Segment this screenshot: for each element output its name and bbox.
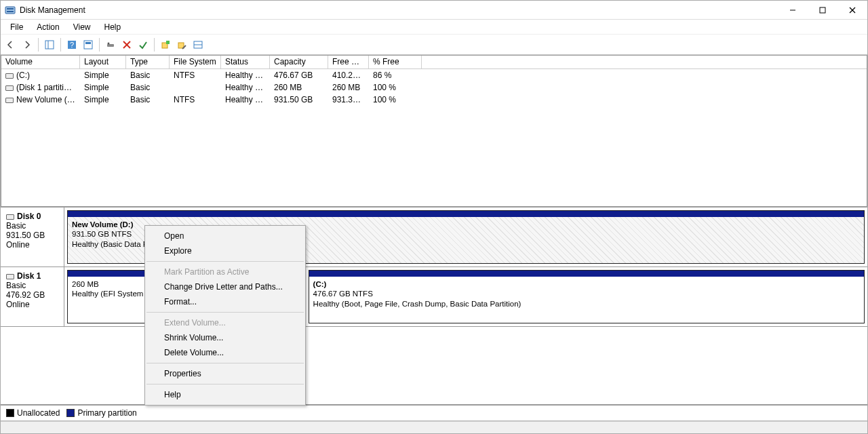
volume-status: Healthy (B... — [221, 71, 270, 80]
disk-type: Basic — [6, 281, 26, 290]
disk-info[interactable]: Disk 1Basic476.92 GBOnline — [1, 267, 64, 326]
svg-rect-2 — [7, 11, 14, 12]
unallocated-swatch-icon — [6, 409, 14, 417]
context-item-help[interactable]: Help — [145, 387, 305, 402]
view-options-button[interactable] — [191, 37, 205, 52]
col-status[interactable]: Status — [221, 56, 270, 68]
properties-button[interactable] — [174, 37, 189, 52]
volume-row[interactable]: (C:)SimpleBasicNTFSHealthy (B...476.67 G… — [1, 69, 867, 81]
svg-rect-0 — [5, 7, 15, 14]
disk-name: Disk 0 — [17, 212, 41, 221]
close-button[interactable] — [837, 1, 867, 20]
legend-primary: Primary partition — [66, 408, 136, 418]
disk-state: Online — [6, 240, 30, 250]
svg-rect-1 — [7, 8, 14, 9]
partition-status: Healthy (Boot, Page File, Crash Dump, Ba… — [313, 299, 860, 309]
volume-name: New Volume (D:) — [16, 95, 78, 104]
svg-rect-7 — [45, 41, 54, 49]
col-capacity[interactable]: Capacity — [270, 56, 328, 68]
menu-action[interactable]: Action — [31, 21, 64, 33]
volume-type: Basic — [126, 71, 170, 80]
context-item-open[interactable]: Open — [145, 229, 305, 243]
svg-rect-12 — [85, 42, 91, 44]
col-layout[interactable]: Layout — [80, 56, 126, 68]
status-bar — [1, 421, 867, 433]
svg-point-14 — [108, 42, 110, 44]
svg-rect-4 — [820, 7, 825, 13]
disk-icon — [6, 214, 14, 220]
delete-button[interactable] — [119, 37, 134, 52]
new-volume-button[interactable] — [158, 37, 173, 52]
context-item-delete-volume[interactable]: Delete Volume... — [145, 345, 305, 360]
menu-file[interactable]: File — [5, 21, 28, 33]
volume-row[interactable]: (Disk 1 partition 1)SimpleBasicHealthy (… — [1, 81, 867, 94]
disk-state: Online — [6, 300, 30, 309]
toolbar-divider — [154, 38, 155, 52]
volume-fs: NTFS — [170, 71, 221, 80]
col-filesystem[interactable]: File System — [170, 56, 221, 68]
help-button[interactable]: ? — [64, 37, 79, 52]
context-item-format[interactable]: Format... — [145, 294, 305, 309]
disk-icon — [6, 274, 14, 279]
context-separator — [146, 384, 304, 384]
volume-status: Healthy (B... — [221, 95, 270, 104]
col-freespace[interactable]: Free Spa... — [328, 56, 369, 68]
partition[interactable]: (C:)476.67 GB NTFSHealthy (Boot, Page Fi… — [309, 270, 865, 323]
volume-icon — [5, 73, 14, 79]
legend-unallocated: Unallocated — [6, 408, 60, 418]
disk-row: Disk 1Basic476.92 GBOnline260 MBHealthy … — [1, 267, 867, 327]
volume-type: Basic — [126, 95, 170, 104]
partition-context-menu: OpenExploreMark Partition as ActiveChang… — [144, 225, 306, 406]
context-item-change-drive-letter-and-paths[interactable]: Change Drive Letter and Paths... — [145, 279, 305, 294]
volume-status: Healthy (E... — [221, 83, 270, 92]
volume-free: 931.37 GB — [328, 95, 369, 104]
disk-graphic-panel: Disk 0Basic931.50 GBOnlineNew Volume (D:… — [1, 207, 867, 405]
legend-primary-label: Primary partition — [77, 408, 136, 418]
partition-size: 476.67 GB NTFS — [313, 289, 860, 298]
menu-bar: File Action View Help — [1, 20, 867, 35]
menu-help[interactable]: Help — [99, 21, 127, 33]
window-title: Disk Management — [20, 5, 85, 15]
maximize-button[interactable] — [808, 1, 837, 20]
settings-button[interactable] — [81, 37, 96, 52]
console-tree-button[interactable] — [42, 37, 57, 52]
volume-free: 410.26 GB — [328, 71, 369, 80]
refresh-button[interactable] — [103, 37, 118, 52]
volume-row[interactable]: New Volume (D:)SimpleBasicNTFSHealthy (B… — [1, 94, 867, 106]
apply-button[interactable] — [136, 37, 151, 52]
col-type[interactable]: Type — [126, 56, 170, 68]
volume-icon — [5, 98, 14, 103]
svg-rect-18 — [166, 41, 170, 44]
svg-text:?: ? — [70, 41, 74, 49]
volume-list[interactable]: Volume Layout Type File System Status Ca… — [1, 55, 867, 207]
context-item-properties[interactable]: Properties — [145, 366, 305, 381]
volume-name: (Disk 1 partition 1) — [16, 83, 80, 92]
forward-button[interactable] — [20, 37, 35, 52]
disk-info[interactable]: Disk 0Basic931.50 GBOnline — [1, 208, 64, 267]
toolbar: ? — [1, 35, 867, 55]
toolbar-divider — [99, 38, 100, 52]
back-button[interactable] — [3, 37, 18, 52]
disk-management-icon — [5, 5, 16, 16]
minimize-button[interactable] — [778, 1, 808, 20]
context-item-shrink-volume[interactable]: Shrink Volume... — [145, 330, 305, 345]
disk-name: Disk 1 — [17, 271, 41, 281]
context-item-mark-partition-as-active: Mark Partition as Active — [145, 264, 305, 279]
volume-layout: Simple — [80, 95, 126, 104]
volume-type: Basic — [126, 83, 170, 92]
legend-unallocated-label: Unallocated — [17, 408, 60, 418]
menu-view[interactable]: View — [68, 21, 96, 33]
context-separator — [146, 312, 304, 313]
disk-row: Disk 0Basic931.50 GBOnlineNew Volume (D:… — [1, 208, 867, 267]
col-volume[interactable]: Volume — [1, 56, 80, 68]
partition-stripe-icon — [68, 211, 864, 217]
disk-size: 476.92 GB — [6, 290, 45, 300]
toolbar-divider — [60, 38, 61, 52]
svg-rect-13 — [107, 44, 114, 47]
volume-pctfree: 86 % — [369, 71, 422, 80]
context-item-explore[interactable]: Explore — [145, 243, 305, 258]
volume-layout: Simple — [80, 83, 126, 92]
legend-bar: Unallocated Primary partition — [1, 405, 867, 421]
volume-list-header: Volume Layout Type File System Status Ca… — [1, 56, 867, 69]
col-pctfree[interactable]: % Free — [369, 56, 422, 68]
